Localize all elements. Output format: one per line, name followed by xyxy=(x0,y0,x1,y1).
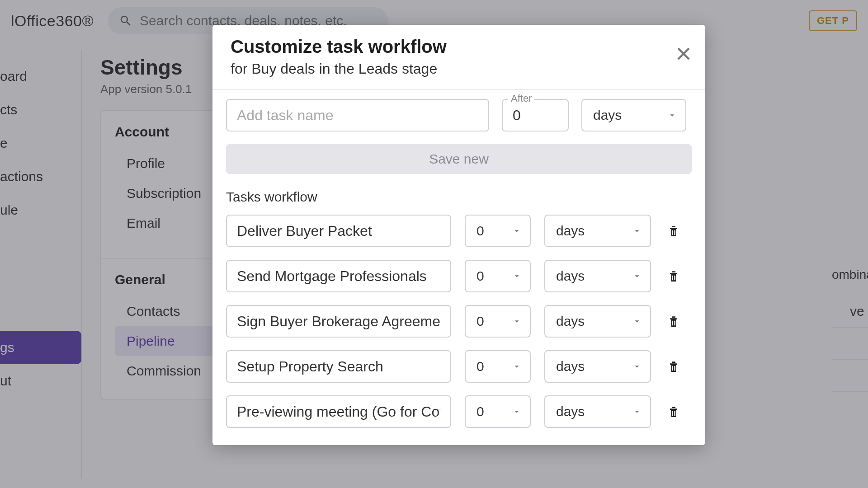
modal-header: Customize task workflow for Buy deals in… xyxy=(212,25,705,90)
chevron-down-icon xyxy=(512,407,522,417)
task-row: 0 days xyxy=(226,260,692,292)
trash-icon xyxy=(666,404,681,420)
chevron-down-icon xyxy=(512,316,522,326)
select-value: days xyxy=(556,404,585,419)
task-name-input[interactable] xyxy=(226,350,451,383)
customize-workflow-modal: Customize task workflow for Buy deals in… xyxy=(212,25,705,445)
task-unit-select[interactable]: days xyxy=(544,260,651,292)
select-value: 0 xyxy=(476,314,484,329)
chevron-down-icon xyxy=(632,271,642,281)
chevron-down-icon xyxy=(632,361,642,371)
trash-icon xyxy=(666,223,681,239)
task-name-input[interactable] xyxy=(226,260,451,292)
task-list: 0 days 0 days 0 days xyxy=(226,215,692,428)
delete-task-button[interactable] xyxy=(665,268,683,284)
task-unit-select[interactable]: days xyxy=(544,395,651,428)
task-num-select[interactable]: 0 xyxy=(465,215,531,247)
delete-task-button[interactable] xyxy=(665,358,683,375)
select-value: 0 xyxy=(476,404,484,419)
modal-body: After days Save new Tasks workflow 0 day… xyxy=(212,90,705,445)
select-value: days xyxy=(556,359,585,374)
chevron-down-icon xyxy=(632,407,642,417)
delete-task-button[interactable] xyxy=(665,223,683,239)
trash-icon xyxy=(666,268,681,284)
after-label: After xyxy=(508,93,534,104)
select-value: days xyxy=(556,268,585,284)
modal-subtitle: for Buy deals in the Leads stage xyxy=(231,61,687,77)
new-task-unit-select[interactable]: days xyxy=(581,99,686,131)
task-name-input[interactable] xyxy=(226,215,451,247)
delete-task-button[interactable] xyxy=(665,404,683,420)
select-value: 0 xyxy=(476,223,484,239)
task-unit-select[interactable]: days xyxy=(544,350,651,383)
close-icon[interactable] xyxy=(675,46,692,62)
task-name-input[interactable] xyxy=(226,305,451,338)
select-value: days xyxy=(556,314,585,329)
new-task-name-input[interactable] xyxy=(226,99,489,131)
task-name-input[interactable] xyxy=(226,395,451,428)
select-value: 0 xyxy=(476,268,484,284)
modal-title: Customize task workflow xyxy=(231,37,687,57)
task-row: 0 days xyxy=(226,305,692,338)
select-value: days xyxy=(593,108,622,123)
tasks-workflow-label: Tasks workflow xyxy=(226,189,692,205)
trash-icon xyxy=(666,313,681,329)
chevron-down-icon xyxy=(512,271,522,281)
chevron-down-icon xyxy=(632,316,642,326)
task-num-select[interactable]: 0 xyxy=(465,350,531,383)
new-task-row: After days xyxy=(226,99,692,131)
task-num-select[interactable]: 0 xyxy=(465,395,531,428)
save-new-button[interactable]: Save new xyxy=(226,144,692,174)
chevron-down-icon xyxy=(512,361,522,371)
task-row: 0 days xyxy=(226,215,692,247)
task-unit-select[interactable]: days xyxy=(544,305,651,338)
task-unit-select[interactable]: days xyxy=(544,215,651,247)
delete-task-button[interactable] xyxy=(665,313,683,329)
chevron-down-icon xyxy=(632,226,642,236)
chevron-down-icon xyxy=(667,110,677,120)
task-row: 0 days xyxy=(226,350,692,383)
select-value: 0 xyxy=(476,359,484,374)
chevron-down-icon xyxy=(512,226,522,236)
trash-icon xyxy=(666,358,681,375)
task-num-select[interactable]: 0 xyxy=(465,260,531,292)
select-value: days xyxy=(556,223,585,239)
task-row: 0 days xyxy=(226,395,692,428)
task-num-select[interactable]: 0 xyxy=(465,305,531,338)
